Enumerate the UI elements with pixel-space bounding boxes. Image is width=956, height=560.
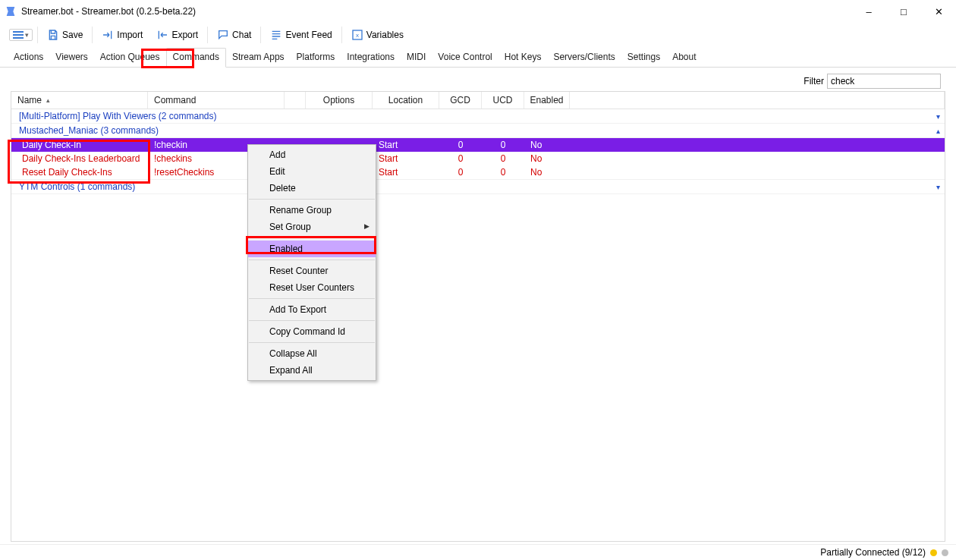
chevron-up-icon: ▴ — [936, 127, 940, 135]
group-label: [Multi-Platform] Play With Viewers (2 co… — [19, 111, 217, 121]
chevron-down-icon: ▾ — [936, 112, 940, 121]
menu-button[interactable]: ▾ — [9, 29, 33, 41]
separator — [249, 342, 375, 343]
ctx-collapse-all[interactable]: Collapse All — [248, 345, 376, 362]
status-dot-idle-icon — [942, 549, 948, 556]
cell-gcd: 0 — [439, 140, 482, 150]
cell-location: Start — [373, 153, 439, 164]
group-label: YTM Controls (1 commands) — [19, 181, 135, 192]
group-ytm-controls[interactable]: YTM Controls (1 commands) ▾ — [11, 179, 945, 194]
export-label: Export — [171, 30, 198, 40]
col-header-ucd[interactable]: UCD — [482, 92, 524, 109]
command-row-daily-checkin[interactable]: Daily Check-In !checkin Start 0 0 No — [11, 138, 945, 152]
tab-stream-apps[interactable]: Stream Apps — [226, 49, 291, 67]
ctx-edit[interactable]: Edit — [248, 163, 376, 180]
cell-enabled: No — [524, 153, 570, 164]
command-row-daily-checkins-leaderboard[interactable]: Daily Check-Ins Leaderboard !checkins St… — [11, 152, 945, 165]
col-header-location[interactable]: Location — [373, 92, 439, 109]
group-mustached-maniac[interactable]: Mustached_Maniac (3 commands) ▴ — [11, 124, 945, 138]
ctx-rename-group[interactable]: Rename Group — [248, 202, 376, 219]
cell-enabled: No — [524, 167, 570, 178]
cell-ucd: 0 — [482, 153, 524, 164]
tab-hot-keys[interactable]: Hot Keys — [498, 49, 548, 67]
close-button[interactable]: ✕ — [921, 0, 956, 23]
separator — [341, 27, 342, 43]
import-button[interactable]: Import — [97, 27, 147, 42]
app-icon — [5, 5, 17, 17]
minimize-button[interactable]: – — [851, 0, 886, 23]
tab-midi[interactable]: MIDI — [401, 49, 432, 67]
col-header-rest — [570, 92, 945, 109]
variables-icon: x — [351, 29, 363, 41]
tab-viewers[interactable]: Viewers — [49, 49, 93, 67]
cell-enabled: No — [524, 140, 570, 150]
cell-name: Reset Daily Check-Ins — [11, 167, 148, 178]
separator — [249, 260, 375, 260]
ctx-expand-all[interactable]: Expand All — [248, 362, 376, 379]
separator — [249, 298, 375, 299]
col-header-options[interactable]: Options — [306, 92, 373, 109]
ctx-add[interactable]: Add — [248, 146, 376, 163]
ctx-add-to-export[interactable]: Add To Export — [248, 301, 376, 318]
col-header-name-label: Name — [17, 95, 42, 105]
toolbar: ▾ Save Import Export Chat Event Feed — [0, 23, 956, 49]
filter-bar: Filter — [799, 71, 945, 93]
titlebar: Streamer.bot - Streamer.bot (0.2.5-beta.… — [0, 0, 956, 23]
filter-input[interactable] — [827, 74, 941, 89]
ctx-enabled[interactable]: Enabled — [248, 241, 376, 257]
status-dot-warning-icon — [930, 549, 937, 556]
save-label: Save — [62, 30, 83, 40]
import-label: Import — [117, 30, 143, 40]
ctx-copy-command-id[interactable]: Copy Command Id — [248, 323, 376, 340]
ctx-set-group[interactable]: Set Group — [248, 219, 376, 235]
window-title: Streamer.bot - Streamer.bot (0.2.5-beta.… — [21, 6, 851, 17]
status-text: Partially Connected (9/12) — [820, 547, 926, 558]
cell-gcd: 0 — [439, 153, 482, 164]
separator — [249, 199, 375, 200]
import-icon — [102, 29, 114, 41]
export-button[interactable]: Export — [152, 27, 203, 42]
group-play-with-viewers[interactable]: [Multi-Platform] Play With Viewers (2 co… — [11, 109, 945, 124]
save-button[interactable]: Save — [42, 27, 87, 42]
separator — [260, 27, 261, 43]
context-menu: Add Edit Delete Rename Group Set Group E… — [247, 144, 376, 381]
ctx-reset-counter[interactable]: Reset Counter — [248, 263, 376, 279]
eventfeed-icon — [270, 29, 282, 41]
ctx-delete[interactable]: Delete — [248, 180, 376, 197]
save-icon — [47, 29, 59, 41]
tabstrip: Actions Viewers Action Queues Commands S… — [0, 49, 956, 68]
group-mustached-rows: Daily Check-In !checkin Start 0 0 No Dai… — [11, 138, 945, 179]
separator — [92, 27, 93, 43]
cell-location: Start — [373, 140, 439, 150]
tab-platforms[interactable]: Platforms — [291, 49, 341, 67]
tab-servers-clients[interactable]: Servers/Clients — [547, 49, 621, 67]
separator — [207, 27, 208, 43]
separator — [249, 238, 375, 238]
col-header-enabled[interactable]: Enabled — [524, 92, 570, 109]
variables-button[interactable]: x Variables — [347, 27, 408, 42]
window-controls: – □ ✕ — [851, 0, 956, 23]
tab-about[interactable]: About — [666, 49, 702, 67]
col-header-command[interactable]: Command — [148, 92, 285, 109]
col-header-gap — [285, 92, 306, 109]
command-row-reset-daily-checkins[interactable]: Reset Daily Check-Ins !resetCheckins Sta… — [11, 165, 945, 179]
filter-label: Filter — [803, 76, 824, 87]
maximize-button[interactable]: □ — [886, 0, 921, 23]
cell-ucd: 0 — [482, 140, 524, 150]
tab-voice-control[interactable]: Voice Control — [432, 49, 498, 67]
col-header-gcd[interactable]: GCD — [439, 92, 482, 109]
tab-commands[interactable]: Commands — [166, 48, 226, 68]
cell-location: Start — [373, 167, 439, 178]
sort-indicator-icon: ▴ — [46, 96, 50, 104]
tab-integrations[interactable]: Integrations — [341, 49, 401, 67]
chat-button[interactable]: Chat — [212, 27, 256, 42]
eventfeed-button[interactable]: Event Feed — [266, 27, 336, 42]
cell-name: Daily Check-Ins Leaderboard — [11, 153, 148, 164]
cell-name: Daily Check-In — [11, 140, 148, 150]
tab-action-queues[interactable]: Action Queues — [94, 49, 166, 67]
ctx-reset-user-counters[interactable]: Reset User Counters — [248, 279, 376, 296]
tab-settings[interactable]: Settings — [621, 49, 666, 67]
tab-actions[interactable]: Actions — [8, 49, 49, 67]
col-header-name[interactable]: Name ▴ — [11, 92, 148, 109]
cell-gcd: 0 — [439, 167, 482, 178]
